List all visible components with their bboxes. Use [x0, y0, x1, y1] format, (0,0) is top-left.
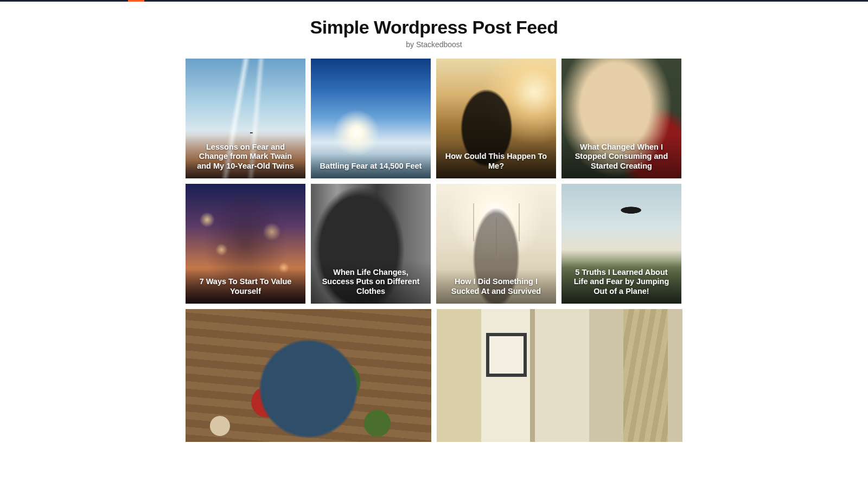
post-overlay: What Changed When I Stopped Consuming an…	[561, 135, 681, 178]
post-card[interactable]: Lessons on Fear and Change from Mark Twa…	[186, 59, 305, 178]
post-image	[186, 309, 431, 442]
post-card[interactable]: What Changed When I Stopped Consuming an…	[561, 59, 681, 178]
post-card[interactable]: Battling Fear at 14,500 Feet	[311, 59, 431, 178]
post-feed: Lessons on Fear and Change from Mark Twa…	[186, 59, 682, 442]
top-bar	[0, 0, 868, 2]
post-title: Battling Fear at 14,500 Feet	[317, 162, 424, 171]
post-overlay: Battling Fear at 14,500 Feet	[311, 154, 431, 178]
page-title: Simple Wordpress Post Feed	[0, 17, 868, 38]
post-card[interactable]: How I Did Something I Sucked At and Surv…	[436, 184, 556, 304]
post-title: 5 Truths I Learned About Life and Fear b…	[568, 268, 675, 296]
post-title: How I Did Something I Sucked At and Surv…	[443, 277, 550, 296]
post-card[interactable]: How Could This Happen To Me?	[436, 59, 556, 178]
post-title: When Life Changes, Success Puts on Diffe…	[317, 268, 424, 296]
post-title: What Changed When I Stopped Consuming an…	[568, 143, 675, 171]
post-overlay: When Life Changes, Success Puts on Diffe…	[311, 260, 431, 304]
post-card[interactable]: When Life Changes, Success Puts on Diffe…	[311, 184, 431, 304]
post-grid-wide	[186, 309, 682, 442]
page-header: Simple Wordpress Post Feed by Stackedboo…	[0, 2, 868, 59]
post-image	[437, 309, 682, 442]
post-title: 7 Ways To Start To Value Yourself	[192, 277, 299, 296]
post-overlay: How I Did Something I Sucked At and Surv…	[436, 269, 556, 304]
post-title: Lessons on Fear and Change from Mark Twa…	[192, 143, 299, 171]
post-card-wide[interactable]	[437, 309, 682, 442]
post-card[interactable]: 5 Truths I Learned About Life and Fear b…	[561, 184, 681, 304]
post-overlay: How Could This Happen To Me?	[436, 144, 556, 178]
post-title: How Could This Happen To Me?	[443, 152, 550, 171]
post-overlay: 5 Truths I Learned About Life and Fear b…	[561, 260, 681, 304]
post-overlay: 7 Ways To Start To Value Yourself	[186, 269, 305, 304]
post-card-wide[interactable]	[186, 309, 431, 442]
post-overlay: Lessons on Fear and Change from Mark Twa…	[186, 135, 305, 178]
page-byline: by Stackedboost	[0, 40, 868, 49]
top-bar-accent	[128, 0, 144, 2]
post-card[interactable]: 7 Ways To Start To Value Yourself	[186, 184, 305, 304]
post-grid: Lessons on Fear and Change from Mark Twa…	[186, 59, 682, 304]
